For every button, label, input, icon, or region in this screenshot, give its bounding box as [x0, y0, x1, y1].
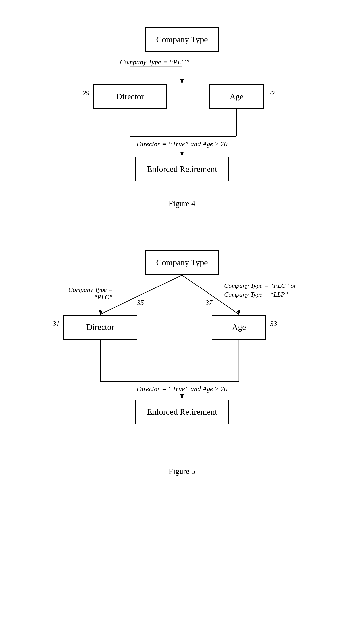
enforced-retirement-label-fig4: Enforced Retirement — [147, 164, 217, 174]
figure4-diagram: Company Type = “PLC” Director = “True” a… — [58, 15, 306, 208]
svg-marker-15 — [237, 310, 240, 315]
enforced-retirement-box-fig4: Enforced Retirement — [135, 157, 229, 181]
ref-27: 27 — [268, 89, 275, 97]
svg-marker-21 — [180, 394, 184, 400]
svg-marker-1 — [180, 79, 184, 84]
director-label-fig4: Director — [116, 92, 144, 101]
director-box-fig5: Director — [63, 315, 138, 340]
company-type-label-fig5: Company Type — [156, 258, 208, 267]
company-type-box-fig4: Company Type — [145, 27, 219, 52]
enforced-retirement-label-fig5: Enforced Retirement — [147, 407, 217, 417]
figure5-diagram: Director = “True” and Age ≥ 70 Company T… — [46, 238, 318, 476]
age-box-fig4: Age — [209, 84, 264, 109]
enforced-retirement-box-fig5: Enforced Retirement — [135, 400, 229, 424]
svg-marker-10 — [180, 152, 184, 157]
ref-33: 33 — [270, 320, 277, 328]
svg-marker-13 — [99, 310, 102, 315]
edge-label-plc-fig5: Company Type = “PLC” — [56, 286, 113, 301]
company-type-label-fig4: Company Type — [156, 35, 208, 44]
director-box-fig4: Director — [93, 84, 167, 109]
figure4-label: Figure 4 — [58, 199, 306, 208]
edge-label-plc-llp-fig5: Company Type = “PLC” orCompany Type = “L… — [224, 281, 308, 299]
ref-29: 29 — [82, 89, 90, 97]
company-type-box-fig5: Company Type — [145, 250, 219, 275]
svg-text:Company Type = “PLC”: Company Type = “PLC” — [120, 58, 190, 66]
ref-37: 37 — [206, 299, 212, 306]
ref-35: 35 — [137, 299, 144, 306]
page: Company Type = “PLC” Director = “True” a… — [0, 0, 364, 632]
age-box-fig5: Age — [212, 315, 266, 340]
director-label-fig5: Director — [86, 323, 114, 332]
age-label-fig4: Age — [230, 92, 244, 101]
svg-text:Director = “True” and Age ≥ 70: Director = “True” and Age ≥ 70 — [136, 385, 227, 393]
ref-31: 31 — [53, 320, 60, 328]
svg-text:Director = “True” and Age ≥ 70: Director = “True” and Age ≥ 70 — [136, 140, 227, 148]
figure5-label: Figure 5 — [46, 467, 318, 476]
age-label-fig5: Age — [232, 323, 246, 332]
